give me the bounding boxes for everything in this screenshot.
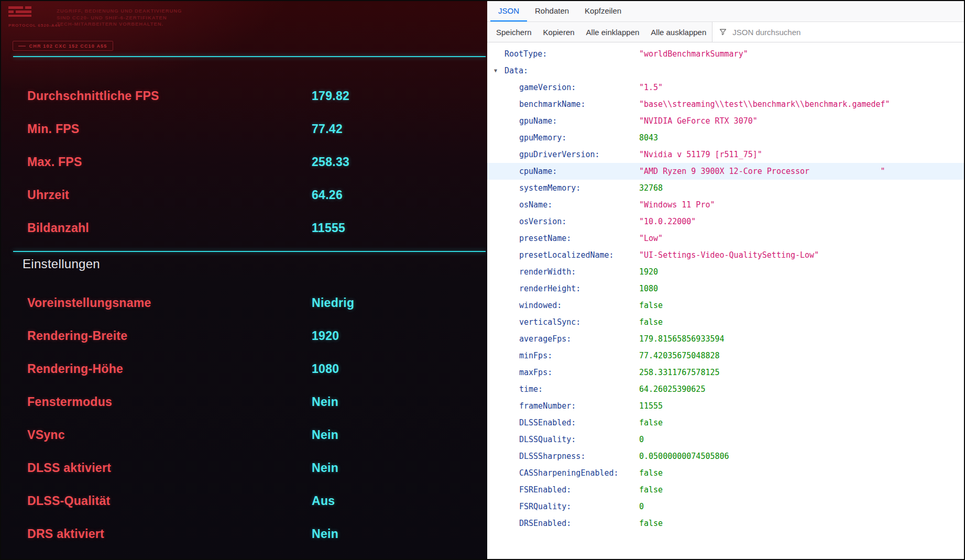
filter-icon (719, 28, 727, 36)
json-value: false (639, 481, 663, 498)
setting-row-value: Niedrig (312, 296, 354, 310)
json-key: RootType: (505, 46, 547, 62)
screen: PROTOCOL 6520-A44 ZUGRIFF, BEDIENUNG UND… (0, 0, 965, 560)
json-key: DLSSEnabled: (519, 414, 576, 431)
json-key: presetLocalizedName: (519, 247, 614, 263)
section-divider (13, 251, 486, 252)
setting-row-value: Nein (312, 428, 338, 442)
json-key: windowed: (519, 297, 562, 314)
result-row-value: 258.33 (312, 155, 349, 169)
json-value: "worldBenchmarkSummary" (639, 46, 748, 62)
setting-row-value: Aus (312, 494, 335, 508)
json-row[interactable]: gpuMemory:8043 (487, 129, 964, 146)
setting-row-label: DLSS aktiviert (27, 461, 312, 475)
json-row[interactable]: gpuName:"NVIDIA GeForce RTX 3070" (487, 113, 964, 129)
json-value: 0 (639, 431, 644, 448)
json-row[interactable]: benchmarkName:"base\\streaming\\test\\be… (487, 96, 964, 113)
json-search (712, 22, 964, 42)
toolbar-button-alle-ausklappen[interactable]: Alle ausklappen (645, 22, 712, 42)
toolbar-button-kopieren[interactable]: Kopieren (538, 22, 580, 42)
json-row[interactable]: FSREnabled:false (487, 481, 964, 498)
json-row[interactable]: frameNumber:11555 (487, 398, 964, 414)
json-key: cpuName: (519, 163, 557, 180)
json-row[interactable]: minFps:77.42035675048828 (487, 347, 964, 364)
json-row[interactable]: DRSEnabled:false (487, 515, 964, 532)
json-value: false (639, 414, 663, 431)
json-row[interactable]: DLSSQuality:0 (487, 431, 964, 448)
json-key: renderHeight: (519, 280, 580, 297)
json-value: 0 (639, 498, 644, 515)
json-key: presetName: (519, 230, 571, 247)
header-divider (13, 56, 486, 57)
json-row[interactable]: presetName:"Low" (487, 230, 964, 247)
json-row[interactable]: maxFps:258.3311767578125 (487, 364, 964, 381)
toolbar-button-speichern[interactable]: Speichern (490, 22, 538, 42)
setting-row: VSyncNein (27, 419, 487, 452)
json-row[interactable]: ▼Data: (487, 62, 964, 79)
json-row[interactable]: renderHeight:1080 (487, 280, 964, 297)
devtools-json-viewer: JSONRohdatenKopfzeilen SpeichernKopieren… (487, 1, 964, 559)
result-row-value: 77.42 (312, 122, 343, 136)
result-row: Uhrzeit64.26 (27, 179, 487, 212)
setting-row: DLSS aktiviertNein (27, 452, 487, 485)
tab-json[interactable]: JSON (490, 1, 527, 21)
setting-row-label: VSync (27, 428, 312, 442)
json-key: gpuDriverVersion: (519, 146, 600, 163)
json-value: false (639, 314, 663, 331)
toolbar-buttons: SpeichernKopierenAlle einklappenAlle aus… (487, 22, 712, 42)
devtools-toolbar: SpeichernKopierenAlle einklappenAlle aus… (487, 22, 964, 42)
json-row[interactable]: averageFps:179.81565856933594 (487, 331, 964, 347)
header-disclaimer: ZUGRIFF, BEDIENUNG UND DEAKTIVIERUNG SIN… (57, 8, 182, 28)
json-row[interactable]: FSRQuality:0 (487, 498, 964, 515)
json-row[interactable]: time:64.26025390625 (487, 381, 964, 398)
result-row-value: 64.26 (312, 188, 343, 202)
json-key: frameNumber: (519, 398, 576, 414)
json-key: maxFps: (519, 364, 552, 381)
json-value: "Low" (639, 230, 663, 247)
json-row[interactable]: RootType:"worldBenchmarkSummary" (487, 46, 964, 62)
json-row[interactable]: gameVersion:"1.5" (487, 79, 964, 96)
json-key: DLSSSharpness: (519, 448, 585, 465)
json-row[interactable]: presetLocalizedName:"UI-Settings-Video-Q… (487, 247, 964, 263)
twisty-icon[interactable]: ▼ (494, 62, 497, 79)
json-row[interactable]: windowed:false (487, 297, 964, 314)
protocol-logo-text: PROTOCOL 6520-A44 (8, 23, 60, 28)
json-key: systemMemory: (519, 180, 580, 196)
json-value: "AMD Ryzen 9 3900X 12-Core Processor " (639, 163, 885, 180)
result-row: Min. FPS77.42 (27, 113, 487, 146)
toolbar-button-alle-einklappen[interactable]: Alle einklappen (580, 22, 645, 42)
json-key: FSRQuality: (519, 498, 571, 515)
json-key: benchmarkName: (519, 96, 585, 113)
json-row[interactable]: renderWidth:1920 (487, 263, 964, 280)
tab-kopfzeilen[interactable]: Kopfzeilen (577, 1, 629, 21)
json-row[interactable]: DLSSEnabled:false (487, 414, 964, 431)
benchmark-results-panel: PROTOCOL 6520-A44 ZUGRIFF, BEDIENUNG UND… (1, 1, 487, 559)
json-key: osName: (519, 196, 552, 213)
json-row[interactable]: osName:"Windows 11 Pro" (487, 196, 964, 213)
tab-rohdaten[interactable]: Rohdaten (527, 1, 577, 21)
json-key: DRSEnabled: (519, 515, 571, 532)
setting-row-label: DRS aktiviert (27, 527, 312, 541)
json-key: Data: (505, 62, 528, 79)
json-row[interactable]: gpuDriverVersion:"Nvidia v 51179 [r511_7… (487, 146, 964, 163)
setting-row: Rendering-Höhe1080 (27, 353, 487, 386)
json-tree: RootType:"worldBenchmarkSummary"▼Data:ga… (487, 42, 964, 532)
json-row[interactable]: CASSharpeningEnabled:false (487, 465, 964, 481)
json-row[interactable]: osVersion:"10.0.22000" (487, 213, 964, 230)
json-row[interactable]: verticalSync:false (487, 314, 964, 331)
protocol-logo-icon (8, 6, 45, 21)
result-row-label: Max. FPS (27, 155, 312, 169)
json-row[interactable]: DLSSSharpness:0.05000000074505806 (487, 448, 964, 465)
json-value: 32768 (639, 180, 663, 196)
setting-row-label: Rendering-Breite (27, 329, 312, 343)
setting-row-label: Rendering-Höhe (27, 362, 312, 376)
setting-row-label: Voreinstellungsname (27, 296, 312, 310)
result-row-label: Durchschnittliche FPS (27, 89, 312, 103)
json-search-input[interactable] (731, 27, 953, 37)
json-key: renderWidth: (519, 263, 576, 280)
json-row[interactable]: systemMemory:32768 (487, 180, 964, 196)
json-value: "10.0.22000" (639, 213, 696, 230)
json-value: 77.42035675048828 (639, 347, 720, 364)
setting-row-value: Nein (312, 395, 338, 409)
json-row[interactable]: cpuName:"AMD Ryzen 9 3900X 12-Core Proce… (487, 163, 964, 180)
